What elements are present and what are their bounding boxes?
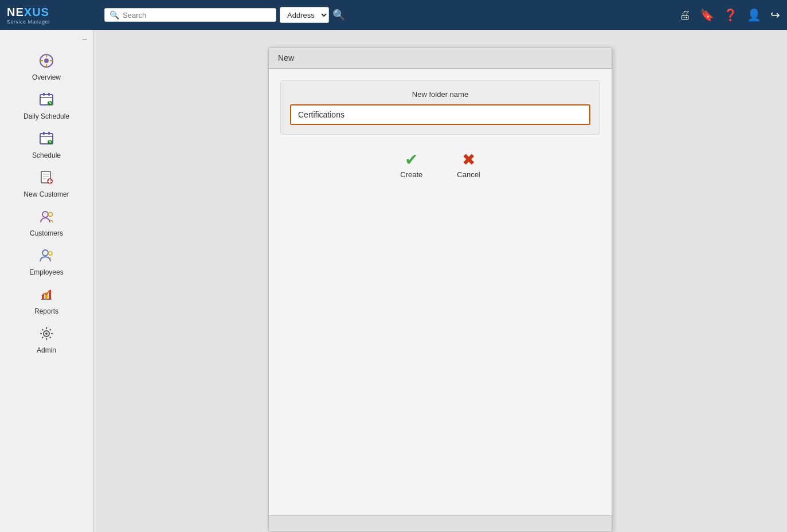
sidebar-item-reports[interactable]: Reports — [6, 282, 87, 320]
create-button[interactable]: ✔ Create — [400, 152, 422, 179]
svg-rect-8 — [43, 93, 45, 96]
employees-icon — [38, 248, 54, 266]
svg-point-30 — [49, 252, 52, 255]
help-icon[interactable]: ❓ — [723, 8, 738, 22]
search-input[interactable] — [123, 11, 237, 19]
sidebar-item-admin[interactable]: Admin — [6, 321, 87, 359]
main-layout: ─ Overview — [0, 30, 787, 532]
overview-icon — [38, 53, 54, 71]
sidebar-item-schedule[interactable]: Schedule — [6, 126, 87, 164]
svg-point-29 — [42, 250, 48, 256]
sidebar-item-overview[interactable]: Overview — [6, 48, 87, 86]
sidebar-item-schedule-label: Schedule — [32, 151, 61, 159]
svg-rect-9 — [48, 93, 50, 96]
create-checkmark-icon: ✔ — [405, 152, 418, 168]
new-folder-dialog: New New folder name ✔ Create ✖ Cancel — [268, 47, 612, 532]
sidebar-collapse-button[interactable]: ─ — [82, 36, 87, 44]
svg-point-27 — [42, 212, 48, 217]
customers-icon — [38, 209, 54, 227]
dialog-field-label: New folder name — [290, 90, 590, 99]
folder-name-input[interactable] — [290, 104, 590, 125]
user-icon[interactable]: 👤 — [747, 8, 761, 22]
sidebar: ─ Overview — [0, 30, 93, 532]
header-icons: 🖨 🔖 ❓ 👤 ↪ — [679, 8, 780, 22]
sidebar-item-employees[interactable]: Employees — [6, 243, 87, 281]
print-icon[interactable]: 🖨 — [679, 9, 691, 22]
search-button[interactable]: 🔍 — [332, 9, 345, 21]
bookmark-icon[interactable]: 🔖 — [700, 8, 714, 22]
sidebar-item-new-customer-label: New Customer — [24, 190, 69, 198]
search-area: 🔍 Address Name Phone Email 🔍 — [104, 7, 674, 23]
search-dropdown[interactable]: Address Name Phone Email — [280, 7, 329, 23]
logout-icon[interactable]: ↪ — [770, 8, 780, 22]
svg-point-1 — [44, 58, 49, 63]
svg-rect-16 — [48, 132, 50, 135]
sidebar-item-reports-label: Reports — [34, 307, 58, 315]
search-box: 🔍 — [104, 8, 276, 22]
reports-icon — [38, 287, 54, 305]
cancel-label: Cancel — [457, 170, 480, 179]
sidebar-item-daily-label: Daily Schedule — [24, 112, 69, 120]
sidebar-item-admin-label: Admin — [37, 346, 56, 354]
dialog-body: New folder name ✔ Create ✖ Cancel — [269, 69, 612, 515]
cancel-x-icon: ✖ — [462, 152, 475, 168]
sidebar-item-daily-schedule[interactable]: Daily Schedule — [6, 87, 87, 125]
content-area: New New folder name ✔ Create ✖ Cancel — [93, 30, 787, 532]
sidebar-item-new-customer[interactable]: New Customer — [6, 165, 87, 203]
dialog-title: New — [278, 53, 294, 62]
logo: NEXUS Service Manager — [7, 6, 99, 25]
create-label: Create — [400, 170, 422, 179]
logo-text: NEXUS — [7, 6, 50, 19]
svg-rect-15 — [43, 132, 45, 135]
logo-subtitle: Service Manager — [7, 19, 50, 25]
dialog-actions: ✔ Create ✖ Cancel — [400, 152, 480, 179]
svg-point-37 — [45, 332, 48, 335]
new-customer-icon — [38, 170, 54, 188]
dialog-field-group: New folder name — [280, 80, 600, 135]
sidebar-item-customers-label: Customers — [30, 229, 63, 237]
app-header: NEXUS Service Manager 🔍 Address Name Pho… — [0, 0, 787, 30]
dialog-titlebar: New — [269, 48, 612, 69]
cancel-button[interactable]: ✖ Cancel — [457, 152, 480, 179]
search-icon-sm: 🔍 — [109, 10, 119, 19]
daily-schedule-icon — [38, 92, 54, 110]
dialog-footer — [269, 515, 612, 531]
sidebar-item-employees-label: Employees — [29, 268, 63, 276]
sidebar-item-overview-label: Overview — [32, 73, 61, 81]
admin-icon — [38, 326, 54, 344]
logo-ne: NE — [7, 6, 24, 18]
schedule-icon — [38, 131, 54, 149]
svg-point-28 — [49, 213, 53, 217]
sidebar-item-customers[interactable]: Customers — [6, 204, 87, 242]
logo-xus: XUS — [24, 6, 49, 18]
